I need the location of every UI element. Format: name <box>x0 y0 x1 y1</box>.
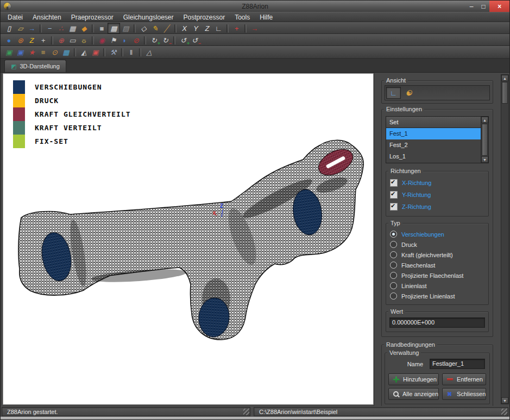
radio-button[interactable] <box>390 282 397 289</box>
schliessen-button[interactable]: Schliessen <box>442 388 486 400</box>
alle-anzeigen-button[interactable]: Alle anzeigen <box>388 388 439 400</box>
orbit-icon[interactable]: ⊛ <box>15 35 26 45</box>
scroll-down-icon[interactable]: ▼ <box>501 397 508 404</box>
view-wireframe-icon[interactable]: ◇ <box>138 23 149 33</box>
import-icon[interactable]: → <box>26 23 37 33</box>
toolbar-item <box>74 48 76 56</box>
clear-icon[interactable]: ╱ <box>161 23 172 33</box>
render-icon[interactable]: ◆ <box>78 23 90 33</box>
light-icon[interactable]: ☼ <box>78 35 90 45</box>
view-y-icon[interactable]: Y <box>190 23 202 33</box>
column-icon[interactable]: ‖ <box>125 48 137 58</box>
radio-button[interactable] <box>390 241 397 248</box>
set-list-item[interactable]: Fest_1 <box>386 128 481 139</box>
type-radio-row[interactable]: Kraft (gleichverteilt) <box>390 250 484 260</box>
pan-icon[interactable]: + <box>37 35 49 45</box>
disable-icon[interactable]: ⊘ <box>130 35 142 45</box>
entfernen-button[interactable]: Entfernen <box>442 373 486 385</box>
saturn-icon[interactable]: ⊙ <box>49 48 60 58</box>
scroll-thumb[interactable] <box>482 124 488 156</box>
type-radio-row[interactable]: Projizierte Linienlast <box>390 291 484 301</box>
direction-checkbox-row[interactable]: Y-Richtung <box>390 189 484 201</box>
color-legend-button[interactable]: ☯ <box>402 87 415 98</box>
color-icon[interactable]: ⊕ <box>55 35 67 45</box>
picking-icon[interactable]: ▣ <box>90 48 101 58</box>
minimize-button[interactable]: – <box>465 1 477 12</box>
checkbox[interactable] <box>390 203 398 211</box>
tab-3d-darstellung[interactable]: ◩ 3D-Darstellung <box>4 60 66 72</box>
radio-button[interactable] <box>390 292 397 300</box>
type-radio-row[interactable]: Flaechenlast <box>390 260 484 270</box>
view-mesh-icon[interactable]: ▩ <box>108 23 120 34</box>
menu-item[interactable]: Datei <box>3 13 28 22</box>
help-icon[interactable]: + <box>231 23 242 33</box>
calculator-icon[interactable]: ▦ <box>67 23 78 33</box>
tetrahedron-icon[interactable]: ◭ <box>78 48 90 58</box>
type-radio-row[interactable]: Verschiebungen <box>390 229 484 239</box>
set-list-scrollbar[interactable]: ▲ ▼ <box>481 117 488 163</box>
rotate-ccw-minus-icon[interactable]: ↺− <box>189 35 200 45</box>
z-depth-icon[interactable]: Z <box>26 35 37 45</box>
exit-icon[interactable]: → <box>249 23 260 33</box>
solver-icon[interactable]: ∴ <box>55 23 67 33</box>
sidebar-scrollbar[interactable]: ▲ ▼ <box>501 74 509 404</box>
viewport-3d[interactable]: VERSCHIEBUNGEN DRUCK KRAFT GLEICHVERTEIL… <box>3 73 374 405</box>
scroll-thumb[interactable] <box>502 82 508 104</box>
type-radio-row[interactable]: Linienlast <box>390 281 484 291</box>
menu-item[interactable]: Postprozessor <box>178 13 230 22</box>
checkbox[interactable] <box>390 191 398 199</box>
menu-item[interactable]: Gleichungsloeser <box>118 13 179 22</box>
checkbox[interactable] <box>390 179 398 187</box>
resize-grip[interactable] <box>243 409 249 415</box>
wert-input[interactable]: 0.000000E+000 <box>389 317 485 328</box>
edit-icon[interactable]: ▭ <box>67 35 78 45</box>
support-icon[interactable]: △ <box>143 48 155 58</box>
view-hidden-icon[interactable]: ▨ <box>120 23 131 33</box>
view-solid-icon[interactable]: ■ <box>96 23 108 33</box>
menu-item[interactable]: Ansichten <box>28 13 66 22</box>
menu-item[interactable]: Hilfe <box>255 13 278 22</box>
view-z-icon[interactable]: Z <box>202 23 213 33</box>
name-input[interactable]: Festlager_1 <box>430 359 485 369</box>
rotate-cw-minus-icon[interactable]: ↻− <box>160 35 171 45</box>
set-list-item[interactable]: Fest_2 <box>386 139 481 151</box>
type-radio-row[interactable]: Projizierte Flaechenlast <box>390 270 484 281</box>
resize-grip[interactable] <box>501 409 507 415</box>
line-icon[interactable]: − <box>44 23 55 33</box>
open-folder-icon[interactable]: ▱ <box>15 23 26 33</box>
spiral-icon[interactable]: ◉ <box>96 35 108 45</box>
rotate-cw-plus-icon[interactable]: ↻+ <box>148 35 160 45</box>
scroll-up-icon[interactable]: ▲ <box>501 75 508 81</box>
close-button[interactable]: × <box>489 1 509 12</box>
palette-icon[interactable]: ▦ <box>60 48 72 58</box>
save-stp-icon[interactable]: ▣ <box>3 48 15 58</box>
set-list-item[interactable]: Los_1 <box>386 151 481 162</box>
view-x-icon[interactable]: X <box>179 23 190 33</box>
direction-checkbox-row[interactable]: Z-Richtung <box>390 201 484 213</box>
menu-item[interactable]: Praeprozessor <box>66 13 118 22</box>
scroll-down-icon[interactable]: ▼ <box>481 156 488 163</box>
abacus-icon[interactable]: ≡ <box>37 48 49 58</box>
save-stl-icon[interactable]: ▣ <box>15 48 26 58</box>
radio-button[interactable] <box>390 251 397 258</box>
fill-icon[interactable]: ◗ <box>119 35 130 45</box>
axes-view-button[interactable]: ∟ <box>386 87 401 99</box>
scroll-up-icon[interactable]: ▲ <box>481 117 488 123</box>
radio-button[interactable] <box>390 262 397 269</box>
radio-button[interactable] <box>390 272 397 279</box>
view-iso-icon[interactable]: ∟ <box>213 23 224 33</box>
radio-button[interactable] <box>390 231 397 238</box>
direction-checkbox-row[interactable]: X-Richtung <box>390 177 484 189</box>
bird-icon[interactable]: ★ <box>26 48 37 58</box>
sphere-icon[interactable]: ● <box>3 35 15 45</box>
legend-swatch <box>13 80 25 94</box>
rotate-ccw-plus-icon[interactable]: ↺+ <box>178 35 189 45</box>
hinzufuegen-button[interactable]: Hinzufuegen <box>388 373 439 385</box>
type-radio-row[interactable]: Druck <box>390 239 484 250</box>
tool-icon[interactable]: ⚒ <box>108 48 119 58</box>
maximize-button[interactable]: □ <box>477 1 489 12</box>
menu-item[interactable]: Tools <box>230 13 255 22</box>
new-file-icon[interactable]: ▯ <box>3 23 15 33</box>
annotate-icon[interactable]: ✎ <box>149 23 161 33</box>
flag-icon[interactable]: ⚑ <box>108 35 119 45</box>
